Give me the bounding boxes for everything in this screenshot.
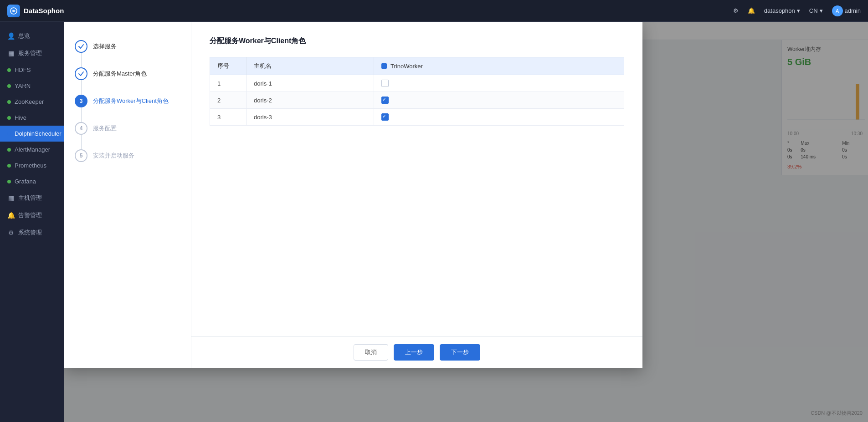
sidebar-item-label: 告警管理 <box>18 211 42 219</box>
table-row: 1 doris-1 <box>210 75 624 92</box>
step-2-circle <box>75 67 87 80</box>
modal-dialog: 选择服务 分配服务Master角色 <box>64 22 642 368</box>
sidebar-item-label: DolphinScheduler <box>15 130 62 137</box>
sidebar-item-service-mgmt[interactable]: ▦ 服务管理 <box>0 45 64 62</box>
step-2-label: 分配服务Master角色 <box>93 67 147 78</box>
step-1-circle <box>75 40 87 53</box>
sidebar-item-label: Grafana <box>15 178 36 185</box>
cell-role-1 <box>374 75 624 92</box>
sidebar-item-overview[interactable]: 👤 总览 <box>0 27 64 45</box>
sidebar-item-label: ZooKeeper <box>15 98 44 105</box>
sidebar-item-prometheus[interactable]: Prometheus <box>0 158 64 173</box>
step-5: 5 安装并启动服务 <box>75 149 180 162</box>
checkbox-1[interactable] <box>381 80 389 87</box>
cell-role-3 <box>374 109 624 126</box>
sidebar-item-zookeeper[interactable]: ZooKeeper <box>0 94 64 110</box>
admin-menu[interactable]: A admin <box>832 5 861 16</box>
next-button[interactable]: 下一步 <box>440 344 480 361</box>
sidebar-item-sys-mgmt[interactable]: ⚙ 系统管理 <box>0 224 64 241</box>
checkbox-3[interactable] <box>381 113 389 121</box>
check-icon-2 <box>78 71 84 77</box>
settings-button[interactable]: ⚙ <box>733 7 739 14</box>
step-3-label: 分配服务Worker与Client角色 <box>93 95 169 106</box>
modal-body: 分配服务Worker与Client角色 序号 主机名 <box>191 22 642 368</box>
app-logo: DataSophon <box>7 5 64 17</box>
cell-seq-2: 2 <box>210 92 247 109</box>
sidebar-item-label: 服务管理 <box>18 49 42 57</box>
sidebar-item-label: Hive <box>15 114 26 121</box>
sidebar-item-alert-mgmt[interactable]: 🔔 告警管理 <box>0 207 64 224</box>
sidebar-item-yarn[interactable]: YARN <box>0 78 64 94</box>
assign-table: 序号 主机名 TrinoWorker <box>210 57 624 126</box>
role-icon <box>381 63 387 69</box>
modal-inner: 选择服务 分配服务Master角色 <box>64 22 642 368</box>
lang-menu[interactable]: CN ▾ <box>809 7 823 14</box>
prev-button[interactable]: 上一步 <box>394 344 434 361</box>
status-dot-hive <box>7 116 11 120</box>
step-1-label: 选择服务 <box>93 40 117 51</box>
sidebar-item-label: 系统管理 <box>18 229 42 237</box>
status-dot-alertmanager <box>7 148 11 152</box>
cell-host-2: doris-2 <box>247 92 374 109</box>
modal-title: 分配服务Worker与Client角色 <box>210 36 624 46</box>
sys-mgmt-icon: ⚙ <box>7 229 15 236</box>
steps-panel: 选择服务 分配服务Master角色 <box>64 22 191 368</box>
step-1: 选择服务 <box>75 40 180 53</box>
sidebar-item-hdfs[interactable]: HDFS <box>0 62 64 78</box>
step-4: 4 服务配置 <box>75 122 180 135</box>
bell-button[interactable]: 🔔 <box>748 7 755 14</box>
cell-seq-3: 3 <box>210 109 247 126</box>
sidebar-item-label: 主机管理 <box>18 194 42 202</box>
status-dot-prometheus <box>7 164 11 168</box>
step-5-circle: 5 <box>75 149 87 162</box>
sidebar-item-label: Prometheus <box>15 162 46 169</box>
status-dot-yarn <box>7 84 11 88</box>
checkbox-cell-1 <box>381 80 616 87</box>
overview-icon: 👤 <box>7 32 15 40</box>
cell-host-1: doris-1 <box>247 75 374 92</box>
table-row: 2 doris-2 <box>210 92 624 109</box>
modal-footer: 取消 上一步 下一步 <box>191 336 642 368</box>
service-mgmt-icon: ▦ <box>7 50 15 57</box>
sidebar-item-label: 总览 <box>18 32 30 40</box>
th-role: TrinoWorker <box>374 57 624 75</box>
sidebar-item-dolphinscheduler[interactable]: DolphinScheduler <box>0 126 64 142</box>
status-dot-zookeeper <box>7 100 11 104</box>
sidebar: 👤 总览 ▦ 服务管理 HDFS YARN ZooKeeper Hive Dol… <box>0 22 64 422</box>
check-icon <box>78 43 84 50</box>
table-row: 3 doris-3 <box>210 109 624 126</box>
step-4-circle: 4 <box>75 122 87 135</box>
sidebar-item-label: HDFS <box>15 66 31 73</box>
sidebar-item-host-mgmt[interactable]: ▦ 主机管理 <box>0 189 64 207</box>
cell-host-3: doris-3 <box>247 109 374 126</box>
step-4-label: 服务配置 <box>93 122 117 133</box>
cell-seq-1: 1 <box>210 75 247 92</box>
avatar: A <box>832 5 843 16</box>
sidebar-item-grafana[interactable]: Grafana <box>0 173 64 189</box>
status-dot-dolphin <box>7 132 11 136</box>
step-5-label: 安装并启动服务 <box>93 149 134 160</box>
main-content: 服务管理 / DS Worker堆内存 5 GiB 10:00 10:30 <box>64 22 868 422</box>
sidebar-item-label: YARN <box>15 82 31 89</box>
sidebar-item-hive[interactable]: Hive <box>0 110 64 126</box>
checkbox-cell-2 <box>381 97 616 104</box>
app-name: DataSophon <box>24 7 64 15</box>
header-right: ⚙ 🔔 datasophon ▾ CN ▾ A admin <box>733 5 861 16</box>
checkbox-cell-3 <box>381 113 616 121</box>
alert-mgmt-icon: 🔔 <box>7 212 15 219</box>
main-layout: 👤 总览 ▦ 服务管理 HDFS YARN ZooKeeper Hive Dol… <box>0 22 868 422</box>
th-seq: 序号 <box>210 57 247 75</box>
cancel-button[interactable]: 取消 <box>354 344 388 361</box>
step-2: 分配服务Master角色 <box>75 67 180 80</box>
host-mgmt-icon: ▦ <box>7 194 15 202</box>
app-header: DataSophon ⚙ 🔔 datasophon ▾ CN ▾ A admin <box>0 0 868 22</box>
status-dot-grafana <box>7 180 11 183</box>
step-3-circle: 3 <box>75 95 87 107</box>
logo-icon <box>7 5 20 17</box>
modal-content-area: 分配服务Worker与Client角色 序号 主机名 <box>191 22 642 336</box>
sidebar-item-alertmanager[interactable]: AlertManager <box>0 142 64 158</box>
checkbox-2[interactable] <box>381 97 389 104</box>
status-dot-hdfs <box>7 68 11 72</box>
sidebar-item-label: AlertManager <box>15 146 50 153</box>
user-menu[interactable]: datasophon ▾ <box>764 7 800 14</box>
